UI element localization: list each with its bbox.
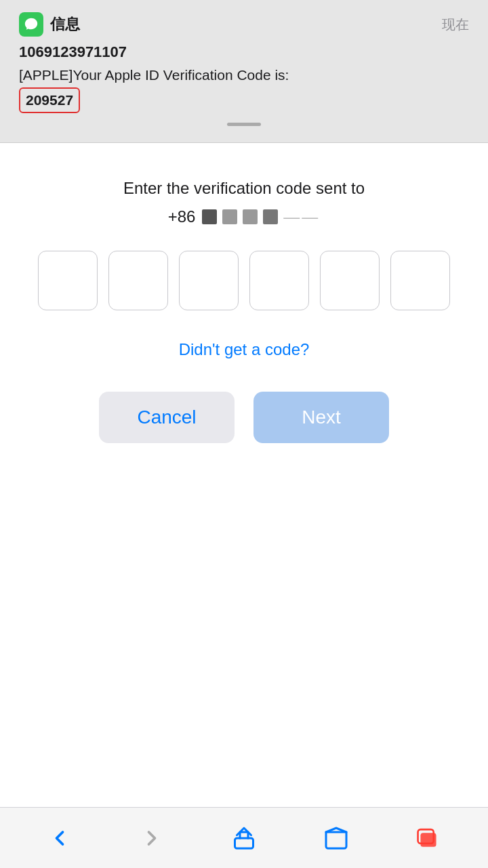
notif-verification-code: 209527 <box>19 87 80 112</box>
phone-dots: —— <box>202 207 320 226</box>
notif-app-row: 信息 <box>19 12 80 37</box>
phone-prefix: +86 <box>168 207 196 226</box>
code-input-group <box>38 251 450 310</box>
main-content: Enter the verification code sent to +86 … <box>0 143 488 498</box>
back-icon <box>47 826 72 850</box>
notif-handle <box>227 123 261 126</box>
notification-banner: 信息 现在 10691239711​07 [APPLE]Your Apple I… <box>0 0 488 143</box>
phone-dot-1 <box>202 209 217 224</box>
bottom-toolbar <box>0 807 488 868</box>
resend-link[interactable]: Didn't get a code? <box>179 340 310 359</box>
tabs-button[interactable] <box>409 819 447 857</box>
notif-message: [APPLE]Your Apple ID Verification Code i… <box>19 65 469 113</box>
phone-display: +86 —— <box>168 207 321 226</box>
notif-app-name: 信息 <box>50 14 80 35</box>
bookmarks-icon <box>324 826 348 850</box>
message-bubble-icon <box>24 17 39 32</box>
cancel-button[interactable]: Cancel <box>99 392 235 443</box>
instruction-text: Enter the verification code sent to <box>123 177 365 200</box>
phone-partial: —— <box>283 207 320 226</box>
phone-dot-3 <box>243 209 258 224</box>
tabs-icon <box>416 826 441 850</box>
notif-sender: 10691239711​07 <box>19 43 469 61</box>
phone-dot-2 <box>222 209 237 224</box>
notif-header: 信息 现在 <box>19 12 469 37</box>
buttons-row: Cancel Next <box>99 392 389 443</box>
svg-rect-0 <box>235 838 253 848</box>
code-box-3[interactable] <box>179 251 239 310</box>
notif-message-text: [APPLE]Your Apple ID Verification Code i… <box>19 67 289 83</box>
messages-app-icon <box>19 12 43 37</box>
back-button[interactable] <box>41 819 79 857</box>
next-button[interactable]: Next <box>253 392 389 443</box>
code-box-2[interactable] <box>108 251 168 310</box>
code-box-1[interactable] <box>38 251 98 310</box>
code-box-5[interactable] <box>320 251 380 310</box>
share-button[interactable] <box>225 819 263 857</box>
code-box-4[interactable] <box>249 251 309 310</box>
code-box-6[interactable] <box>390 251 450 310</box>
forward-button[interactable] <box>133 819 171 857</box>
bookmarks-button[interactable] <box>317 819 355 857</box>
phone-dot-4 <box>263 209 278 224</box>
forward-icon <box>140 826 164 850</box>
notif-time: 现在 <box>442 16 469 34</box>
share-icon <box>232 826 256 850</box>
